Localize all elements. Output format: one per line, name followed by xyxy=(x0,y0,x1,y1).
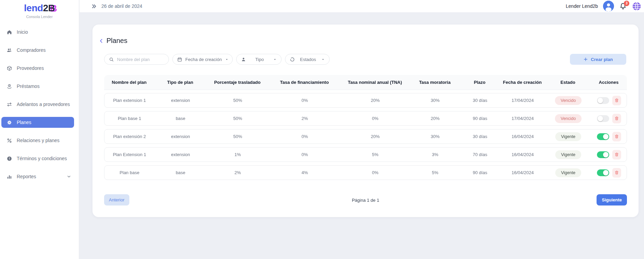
search-icon xyxy=(109,57,114,62)
active-toggle[interactable] xyxy=(597,169,609,176)
cell-financing-rate: 4% xyxy=(269,170,341,175)
column-header: Porcentaje trasladado xyxy=(206,80,269,85)
cell-tna: 20% xyxy=(341,98,410,103)
sidebar-item-relaciones[interactable]: Relaciones y planes xyxy=(1,135,74,146)
cell-transferred-percentage: 2% xyxy=(206,170,269,175)
status-filter-dropdown[interactable]: Estados xyxy=(285,54,330,65)
cell-financing-rate: 0% xyxy=(269,134,341,139)
gear-icon xyxy=(6,119,12,125)
active-toggle[interactable] xyxy=(597,115,609,122)
previous-page-button[interactable]: Anterior xyxy=(104,194,129,205)
delete-button[interactable] xyxy=(612,132,621,141)
column-header: Plazo xyxy=(460,80,499,85)
cell-creation-date: 17/04/2024 xyxy=(500,116,546,121)
sidebar-item-proveedores[interactable]: Proveedores xyxy=(1,63,74,74)
sidebar-expand-icon[interactable] xyxy=(91,3,97,9)
cell-plan-type: extension xyxy=(155,152,206,157)
toggle-knob xyxy=(603,152,609,157)
search-field[interactable] xyxy=(117,57,164,62)
notifications-bell-icon[interactable]: 3 xyxy=(619,2,627,10)
delete-button[interactable] xyxy=(612,96,621,105)
active-toggle[interactable] xyxy=(597,133,609,140)
table-header: Nombre del plan Tipo de plan Porcentaje … xyxy=(104,75,627,90)
users-icon xyxy=(6,47,12,53)
type-filter-dropdown[interactable]: Tipo xyxy=(236,54,282,65)
toggle-knob xyxy=(603,134,609,139)
page-indicator: Página 1 de 1 xyxy=(352,197,379,202)
back-chevron-icon[interactable] xyxy=(99,38,104,44)
cell-creation-date: 17/04/2024 xyxy=(500,98,546,103)
cell-plan-name: Plan base 1 xyxy=(104,116,155,121)
cell-term: 90 días xyxy=(460,116,500,121)
cell-actions xyxy=(591,168,627,178)
cell-creation-date: 16/04/2024 xyxy=(500,152,546,157)
cell-tna: 5% xyxy=(341,152,410,157)
delete-button[interactable] xyxy=(612,168,621,178)
person-icon xyxy=(241,57,246,62)
cell-plan-name: Plan base xyxy=(104,170,155,175)
user-avatar[interactable] xyxy=(603,1,614,12)
cell-plan-type: base xyxy=(155,116,206,121)
trash-icon xyxy=(614,116,619,121)
sidebar-item-label: Préstamos xyxy=(17,83,40,89)
filters-bar: Fecha de creación Tipo Estados xyxy=(104,54,626,65)
cell-late-rate: 20% xyxy=(410,116,460,121)
sidebar-item-terminos[interactable]: Términos y condiciones xyxy=(1,153,74,164)
sidebar-item-label: Relaciones y planes xyxy=(17,138,59,143)
next-page-button[interactable]: Siguiente xyxy=(597,194,627,205)
sidebar-item-prestamos[interactable]: Préstamos xyxy=(1,81,74,92)
status-badge: Vigente xyxy=(555,150,581,159)
status-badge: Vigente xyxy=(555,132,581,141)
notification-count-badge: 3 xyxy=(624,1,629,6)
cell-transferred-percentage: 50% xyxy=(206,98,269,103)
sidebar-item-label: Inicio xyxy=(17,29,28,35)
toggle-knob xyxy=(603,170,609,176)
sidebar-item-reportes[interactable]: Reportes xyxy=(1,171,74,182)
caret-down-icon xyxy=(321,58,325,61)
column-header: Estado xyxy=(545,80,590,85)
cell-creation-date: 16/04/2024 xyxy=(500,134,546,139)
active-toggle[interactable] xyxy=(597,97,609,104)
cell-transferred-percentage: 50% xyxy=(206,116,269,121)
user-name: Lender Lend2b xyxy=(566,3,598,9)
table-row: Plan extensión 2 extension 50% 0% 20% 30… xyxy=(104,129,627,144)
trash-icon xyxy=(614,98,619,103)
create-plan-button[interactable]: Crear plan xyxy=(570,54,626,65)
cell-late-rate: 30% xyxy=(410,98,460,103)
date-filter-dropdown[interactable]: Fecha de creación xyxy=(172,54,233,65)
create-plan-label: Crear plan xyxy=(591,57,613,62)
pagination-bar: Anterior Página 1 de 1 Siguiente xyxy=(104,194,627,205)
cell-creation-date: 16/04/2024 xyxy=(500,170,546,175)
cell-transferred-percentage: 50% xyxy=(206,134,269,139)
cell-plan-type: extension xyxy=(155,134,206,139)
page-title: Planes xyxy=(106,37,127,45)
logo-text-2b: 2B xyxy=(43,3,55,13)
delete-button[interactable] xyxy=(612,150,621,159)
delete-button[interactable] xyxy=(612,114,621,123)
active-toggle[interactable] xyxy=(597,151,609,158)
column-header: Nombre del plan xyxy=(104,80,154,85)
alert-circle-icon xyxy=(6,155,12,162)
table-row: Plan base 1 base 50% 2% 0% 20% 90 días 1… xyxy=(104,111,627,126)
status-badge: Vigente xyxy=(555,168,581,177)
cell-late-rate: 3% xyxy=(410,152,460,157)
caret-down-icon xyxy=(225,58,229,61)
home-icon xyxy=(6,29,12,35)
sidebar-item-inicio[interactable]: Inicio xyxy=(1,27,74,37)
cell-financing-rate: 0% xyxy=(269,98,341,103)
cell-status: Vigente xyxy=(546,150,591,159)
status-badge: Vencido xyxy=(555,114,582,123)
current-date: 26 de abril de 2024 xyxy=(101,3,142,9)
toggle-knob xyxy=(598,98,603,103)
sidebar-item-planes[interactable]: Planes xyxy=(1,117,74,128)
cell-financing-rate: 0% xyxy=(269,152,341,157)
page-header: Planes xyxy=(99,37,127,45)
sidebar-item-compradores[interactable]: Compradores xyxy=(1,45,74,56)
language-globe-icon[interactable] xyxy=(632,2,641,11)
column-header: Tasa nominal anual (TNA) xyxy=(340,80,410,85)
calendar-icon xyxy=(177,57,182,62)
search-input[interactable] xyxy=(104,54,169,65)
table-row: Plan base base 2% 4% 0% 5% 90 días 16/04… xyxy=(104,165,627,180)
cell-plan-name: Plan extensión 2 xyxy=(104,134,155,139)
sidebar-item-adelantos[interactable]: Adelantos a proveedores xyxy=(1,99,74,110)
